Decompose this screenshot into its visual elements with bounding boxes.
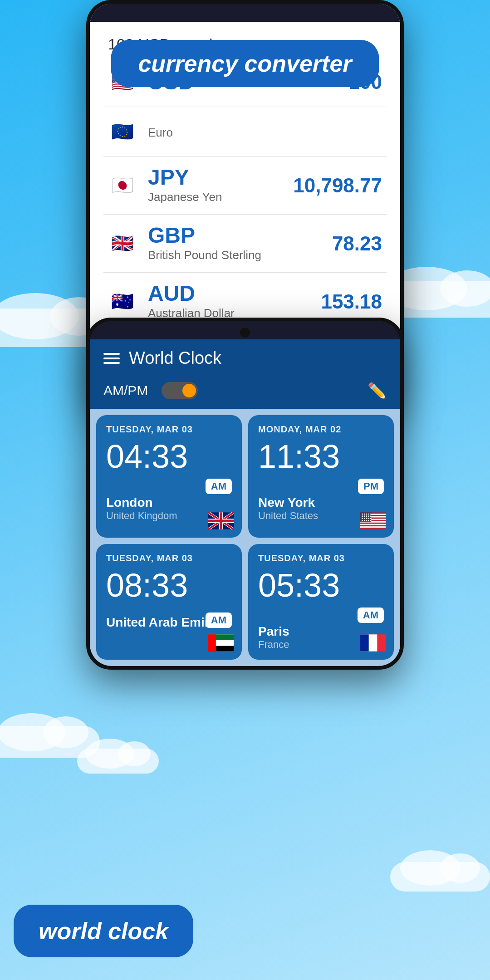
ampm-badge-london: AM [206,479,232,494]
flag-uk-icon [208,512,234,529]
svg-point-15 [364,515,365,517]
svg-point-13 [370,514,372,515]
svg-point-25 [364,520,365,521]
ampm-badge-paris: AM [358,608,384,623]
currency-badge: currency converter [111,40,379,87]
flag-aud: 🇦🇺 [108,287,137,316]
clock-card-uae: TUESDAY, MAR 03 08:33 AM United Arab Emi… [96,544,242,660]
clock-time-london: 04:33 [106,440,232,473]
sub-bar: AM/PM ✏️ [90,377,400,409]
table-row: 🇪🇺 Euro [103,107,387,157]
currency-code-jpy: JPY [148,167,293,188]
currency-info-jpy: JPY Japanese Yen [148,167,293,204]
table-row: 🇬🇧 GBP British Pound Sterling 78.23 [103,215,387,273]
flag-jpy: 🇯🇵 [108,171,137,200]
currency-badge-label: currency converter [138,50,352,77]
clock-card-london: TUESDAY, MAR 03 04:33 AM London United K… [96,415,242,538]
svg-point-28 [370,520,372,521]
svg-rect-6 [360,524,386,525]
flag-us-icon [360,512,386,529]
svg-point-23 [370,518,372,519]
ampm-toggle[interactable] [162,382,198,399]
currency-amount-aud: 153.18 [321,290,382,313]
world-clock-badge: world clock [14,905,193,957]
clock-time-uae: 08:33 [106,569,232,602]
clock-time-paris: 05:33 [258,569,384,602]
city-name-london: London [106,495,232,510]
clock-grid: TUESDAY, MAR 03 04:33 AM London United K… [90,409,400,666]
world-clock-badge-label: world clock [39,918,168,944]
notch-dot [240,328,250,338]
svg-point-22 [368,518,369,519]
currency-info-aud: AUD Australian Dollar [148,283,321,320]
table-row: 🇯🇵 JPY Japanese Yen 10,798.77 [103,157,387,215]
app-title: World Clock [129,348,387,368]
svg-rect-35 [360,634,369,651]
ampm-label: AM/PM [103,383,148,398]
svg-rect-7 [360,526,386,528]
currency-info-eur: Euro [148,124,382,140]
svg-point-18 [370,515,372,517]
currency-name-gbp: British Pound Sterling [148,248,332,262]
ampm-badge-newyork: PM [358,479,384,494]
svg-point-17 [368,515,369,517]
flag-gbp: 🇬🇧 [108,229,137,258]
clock-card-newyork: MONDAY, MAR 02 11:33 PM New York United … [248,415,394,538]
app-bar: World Clock [90,339,400,377]
svg-point-14 [362,515,363,517]
svg-point-19 [362,518,363,519]
svg-point-16 [366,515,368,517]
svg-point-24 [362,520,363,521]
currency-amount-gbp: 78.23 [332,232,382,255]
svg-point-11 [366,514,368,515]
clock-date-paris: TUESDAY, MAR 03 [258,553,384,564]
clock-time-newyork: 11:33 [258,440,384,473]
world-clock-phone: World Clock AM/PM ✏️ TUESDAY, MAR 03 04:… [86,318,404,670]
currency-info-gbp: GBP British Pound Sterling [148,225,332,262]
flag-fr-icon [360,634,386,652]
svg-point-26 [366,520,368,521]
svg-point-12 [368,514,369,515]
world-clock-screen: World Clock AM/PM ✏️ TUESDAY, MAR 03 04:… [90,321,400,666]
svg-point-21 [366,518,368,519]
hamburger-menu-button[interactable] [103,353,120,364]
clock-date-newyork: MONDAY, MAR 02 [258,424,384,435]
edit-icon[interactable]: ✏️ [368,382,387,400]
svg-point-10 [364,514,365,515]
clock-date-uae: TUESDAY, MAR 03 [106,553,232,564]
city-name-newyork: New York [258,495,384,510]
currency-name-jpy: Japanese Yen [148,190,293,204]
svg-point-9 [362,514,363,515]
svg-rect-32 [208,634,216,651]
svg-point-20 [364,518,365,519]
svg-point-27 [368,520,369,521]
currency-code-aud: AUD [148,283,321,304]
toggle-thumb [182,384,196,397]
currency-amount-jpy: 10,798.77 [293,174,382,197]
currency-name-eur: Euro [148,126,382,140]
notch [90,321,400,339]
clock-date-london: TUESDAY, MAR 03 [106,424,232,435]
flag-eur: 🇪🇺 [108,117,137,146]
flag-ae-icon [208,634,234,652]
ampm-badge-uae: AM [206,612,232,628]
currency-code-gbp: GBP [148,225,332,246]
clock-card-paris: TUESDAY, MAR 03 05:33 AM Paris France [248,544,394,660]
